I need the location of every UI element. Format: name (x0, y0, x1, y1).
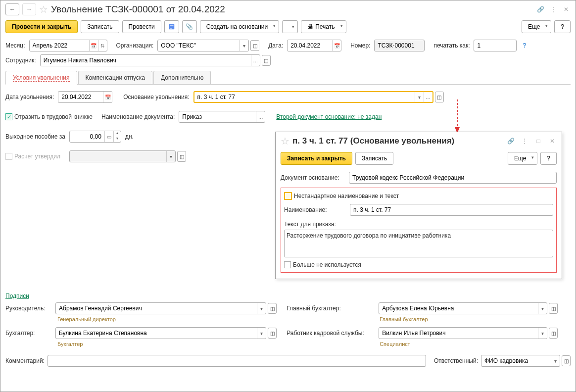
chief-acc-input[interactable] (379, 303, 538, 314)
responsible-input[interactable] (481, 355, 551, 366)
reason-dropdown-icon[interactable]: ▾ (415, 92, 424, 102)
doc-basis-input[interactable] (349, 172, 556, 183)
reason-input[interactable] (194, 92, 415, 102)
head-input[interactable] (56, 303, 257, 314)
popup-name-input[interactable] (350, 204, 553, 215)
org-open-button[interactable]: ◫ (250, 40, 259, 51)
popup-help-button[interactable]: ? (540, 152, 557, 165)
nav-back-button[interactable]: ← (5, 3, 19, 15)
print-as-input[interactable] (474, 40, 516, 51)
nonstd-checkbox[interactable]: Нестандартное наименование и текст (284, 192, 399, 200)
month-dropdown-icon[interactable]: ⇅ (98, 40, 107, 51)
employee-open-button[interactable]: ◫ (262, 55, 271, 66)
acc-title-label: Бухгалтер (57, 341, 277, 350)
workbook-checkbox[interactable]: ✓Отразить в трудовой книжке (5, 113, 93, 120)
doc-name-label: Наименование документа: (101, 113, 175, 120)
severance-calc-icon[interactable]: ▭ (104, 131, 113, 142)
chief-acc-open-button[interactable]: ◫ (549, 303, 558, 314)
calendar-icon[interactable]: 📅 (89, 40, 98, 51)
date-input[interactable] (288, 40, 332, 51)
employee-pick-icon[interactable]: … (251, 55, 260, 66)
popup-more-button[interactable]: Еще (508, 152, 537, 165)
number-input[interactable] (375, 40, 424, 51)
post-button[interactable]: Провести (122, 20, 161, 33)
unused-checkbox-label: Больше не используется (293, 261, 361, 268)
order-text-input[interactable]: Расторжение трудового договора по инициа… (287, 232, 451, 239)
nav-forward-button[interactable]: → (22, 3, 36, 15)
severance-input[interactable] (70, 131, 104, 142)
tab-extra[interactable]: Дополнительно (153, 71, 211, 84)
create-based-button[interactable]: Создать на основании (200, 20, 280, 33)
reason-label: Основание увольнения: (123, 94, 189, 100)
print-as-label: печатать как: (433, 42, 470, 49)
popup-kebab-icon[interactable]: ⋮ (520, 137, 529, 146)
tab-conditions-label: Условия увольнения (13, 74, 70, 82)
reason-open-button[interactable]: ◫ (435, 92, 444, 102)
acc-open-button[interactable]: ◫ (268, 328, 277, 339)
responsible-dropdown-icon[interactable]: ▾ (551, 355, 560, 366)
post-close-button[interactable]: Провести и закрыть (5, 20, 78, 33)
org-label: Организация: (116, 42, 154, 49)
popup-link-icon[interactable]: 🔗 (506, 137, 515, 146)
month-input[interactable] (30, 40, 89, 51)
comment-label: Комментарий: (5, 357, 45, 364)
workbook-checkbox-label: Отразить в трудовой книжке (14, 113, 93, 120)
employee-input[interactable] (41, 55, 251, 66)
head-open-button[interactable]: ◫ (268, 303, 277, 314)
severance-down-icon[interactable]: ▼ (114, 137, 121, 142)
attach-icon-button[interactable]: 📎 (182, 20, 197, 33)
hr-open-button[interactable]: ◫ (549, 328, 558, 339)
popup-maximize-icon[interactable]: □ (534, 137, 543, 146)
doc-name-pick-icon[interactable]: … (256, 111, 265, 122)
link-icon[interactable]: 🔗 (536, 5, 545, 14)
report-icon-button[interactable] (164, 20, 179, 33)
reason-popup: ☆ п. 3 ч. 1 ст. 77 (Основание увольнения… (275, 132, 562, 279)
popup-close-icon[interactable]: ✕ (548, 137, 557, 146)
hr-input[interactable] (379, 328, 538, 339)
print-button[interactable]: 🖶Печать (301, 20, 346, 33)
popup-name-label: Наименование: (284, 206, 346, 213)
help-button[interactable]: ? (554, 20, 571, 33)
month-label: Месяц: (5, 42, 25, 49)
employee-label: Сотрудник: (5, 57, 36, 64)
star-icon[interactable]: ☆ (39, 3, 48, 15)
tab-vacation[interactable]: Компенсации отпуска (78, 71, 152, 84)
tab-conditions[interactable]: Условия увольнения (5, 71, 77, 85)
comment-input[interactable] (48, 355, 426, 366)
responsible-open-button[interactable]: ◫ (562, 355, 571, 366)
hr-dropdown-icon[interactable]: ▾ (538, 328, 547, 339)
number-label: Номер: (350, 42, 370, 49)
popup-save-button[interactable]: Записать (355, 152, 393, 165)
save-button[interactable]: Записать (81, 20, 119, 33)
print-as-help-icon[interactable]: ? (523, 42, 526, 49)
dismiss-date-input[interactable] (58, 92, 103, 102)
more-button[interactable]: Еще (522, 20, 551, 33)
print-label: Печать (315, 23, 335, 30)
date-calendar-icon[interactable]: 📅 (332, 40, 341, 51)
svg-rect-2 (170, 27, 173, 27)
kebab-icon[interactable]: ⋮ (549, 5, 558, 14)
severance-up-icon[interactable]: ▲ (114, 131, 121, 137)
svg-rect-3 (170, 28, 172, 29)
popup-star-icon[interactable]: ☆ (281, 135, 289, 147)
acc-dropdown-icon[interactable]: ▾ (257, 328, 266, 339)
chief-acc-title-label: Главный бухгалтер (380, 316, 558, 325)
popup-title: п. 3 ч. 1 ст. 77 (Основание увольнения) (292, 136, 454, 146)
org-input[interactable] (158, 40, 240, 51)
org-dropdown-icon[interactable]: ▾ (240, 40, 248, 51)
close-icon[interactable]: ✕ (562, 5, 571, 14)
reason-pick-icon[interactable]: … (424, 92, 432, 102)
approved-input (70, 151, 166, 162)
chief-acc-dropdown-icon[interactable]: ▾ (538, 303, 547, 314)
dismiss-date-calendar-icon[interactable]: 📅 (103, 92, 112, 102)
acc-input[interactable] (56, 328, 257, 339)
signatures-link[interactable]: Подписи (0, 293, 34, 302)
severance-unit-label: дн. (125, 133, 134, 140)
copy-icon-button[interactable] (282, 20, 298, 33)
unused-checkbox[interactable]: Больше не используется (284, 261, 361, 268)
doc-name-input[interactable] (179, 111, 256, 122)
second-doc-link[interactable]: Второй документ основание: не задан (276, 113, 382, 120)
popup-save-close-button[interactable]: Записать и закрыть (281, 152, 352, 165)
date-label: Дата: (268, 42, 283, 49)
head-dropdown-icon[interactable]: ▾ (257, 303, 266, 314)
